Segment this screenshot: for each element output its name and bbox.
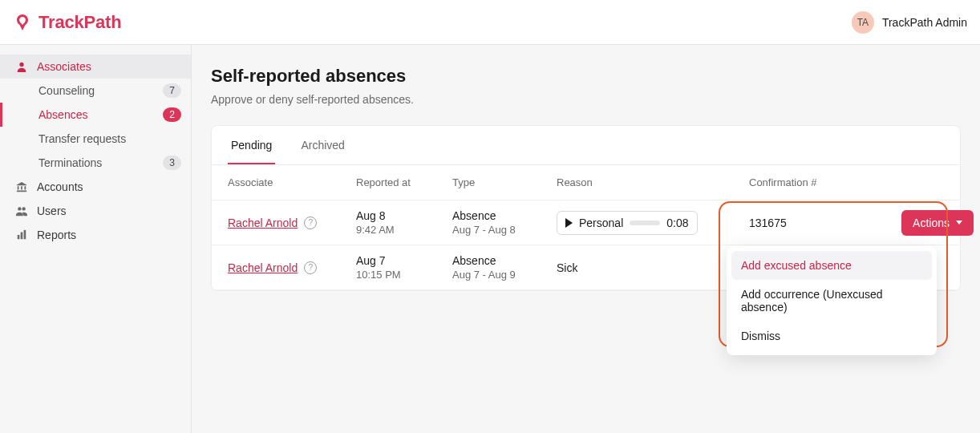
dropdown-item-dismiss[interactable]: Dismiss — [731, 322, 932, 350]
sidebar-item-label: Users — [37, 204, 67, 217]
sidebar-item-associates[interactable]: Associates — [0, 55, 191, 79]
sidebar-item-label: Reports — [37, 229, 76, 241]
sidebar-subitem-label: Transfer requests — [38, 132, 126, 145]
actions-dropdown: Add excused absence Add occurrence (Unex… — [727, 246, 937, 355]
dropdown-item-add-occurrence[interactable]: Add occurrence (Unexcused absence) — [731, 280, 932, 322]
sidebar-subitem-counseling[interactable]: Counseling 7 — [0, 79, 191, 103]
help-icon[interactable]: ? — [304, 261, 317, 274]
col-confirmation: Confirmation # — [749, 176, 869, 188]
type-range: Aug 7 - Aug 9 — [452, 269, 557, 281]
topbar: TrackPath TA TrackPath Admin — [0, 0, 980, 45]
person-icon — [14, 61, 29, 72]
svg-point-1 — [18, 207, 21, 210]
reported-time: 10:15 PM — [356, 269, 452, 281]
badge: 2 — [163, 107, 181, 122]
sidebar-subitem-label: Terminations — [38, 156, 102, 169]
col-reported-at: Reported at — [356, 176, 452, 188]
tab-pending[interactable]: Pending — [228, 126, 275, 164]
reason-label: Personal — [579, 216, 623, 229]
user-menu[interactable]: TA TrackPath Admin — [852, 11, 967, 34]
dropdown-item-add-excused[interactable]: Add excused absence — [731, 251, 932, 280]
svg-point-0 — [19, 63, 23, 67]
reported-date: Aug 7 — [356, 254, 452, 267]
bank-icon — [14, 181, 29, 192]
bars-icon — [14, 229, 29, 241]
page-subtitle: Approve or deny self-reported absences. — [211, 93, 961, 106]
table-header: Associate Reported at Type Reason Confir… — [212, 165, 960, 200]
svg-rect-5 — [24, 230, 26, 239]
audio-duration: 0:08 — [666, 216, 688, 229]
associate-link[interactable]: Rachel Arnold — [228, 261, 298, 274]
sidebar: Associates Counseling 7 Absences 2 Trans… — [0, 45, 192, 433]
badge: 3 — [163, 156, 181, 170]
play-icon — [565, 218, 573, 228]
audio-player[interactable]: Personal 0:08 — [557, 211, 698, 235]
sidebar-subitem-label: Absences — [38, 108, 87, 121]
associate-link[interactable]: Rachel Arnold — [228, 216, 298, 229]
col-associate: Associate — [228, 176, 356, 188]
absences-panel: Pending Archived Associate Reported at T… — [211, 125, 961, 291]
sidebar-item-label: Accounts — [37, 180, 83, 193]
avatar: TA — [852, 11, 874, 34]
users-icon — [14, 205, 29, 216]
reason-text: Sick — [557, 261, 749, 274]
svg-rect-4 — [21, 233, 23, 240]
col-type: Type — [452, 176, 557, 188]
actions-button-label: Actions — [913, 216, 950, 229]
table-row: Rachel Arnold ? Aug 8 9:42 AM Absence Au… — [212, 200, 960, 245]
brand-name: TrackPath — [38, 12, 121, 33]
brand-logo-icon — [13, 13, 32, 32]
badge: 7 — [163, 83, 181, 98]
svg-point-2 — [22, 207, 25, 210]
reported-date: Aug 8 — [356, 209, 452, 222]
svg-rect-3 — [18, 235, 20, 239]
sidebar-subitem-label: Counseling — [38, 84, 95, 97]
sidebar-item-users[interactable]: Users — [0, 199, 191, 223]
reported-time: 9:42 AM — [356, 224, 452, 236]
type-range: Aug 7 - Aug 8 — [452, 224, 557, 236]
user-name: TrackPath Admin — [882, 16, 967, 29]
sidebar-subitem-terminations[interactable]: Terminations 3 — [0, 151, 191, 175]
page-title: Self-reported absences — [211, 66, 961, 87]
sidebar-item-reports[interactable]: Reports — [0, 223, 191, 247]
chevron-down-icon — [956, 221, 962, 225]
tab-archived[interactable]: Archived — [298, 126, 347, 164]
confirmation-number: 131675 — [749, 216, 869, 229]
brand[interactable]: TrackPath — [13, 12, 121, 33]
type-label: Absence — [452, 209, 557, 222]
help-icon[interactable]: ? — [304, 216, 317, 229]
sidebar-subitem-absences[interactable]: Absences 2 — [0, 103, 191, 127]
sidebar-subitem-transfer-requests[interactable]: Transfer requests — [0, 127, 191, 151]
audio-track — [630, 221, 660, 225]
main-content: Self-reported absences Approve or deny s… — [192, 45, 980, 433]
sidebar-item-label: Associates — [37, 60, 91, 73]
tabs: Pending Archived — [212, 126, 960, 165]
col-reason: Reason — [557, 176, 749, 188]
sidebar-item-accounts[interactable]: Accounts — [0, 175, 191, 199]
type-label: Absence — [452, 254, 557, 267]
actions-button[interactable]: Actions — [901, 210, 974, 236]
